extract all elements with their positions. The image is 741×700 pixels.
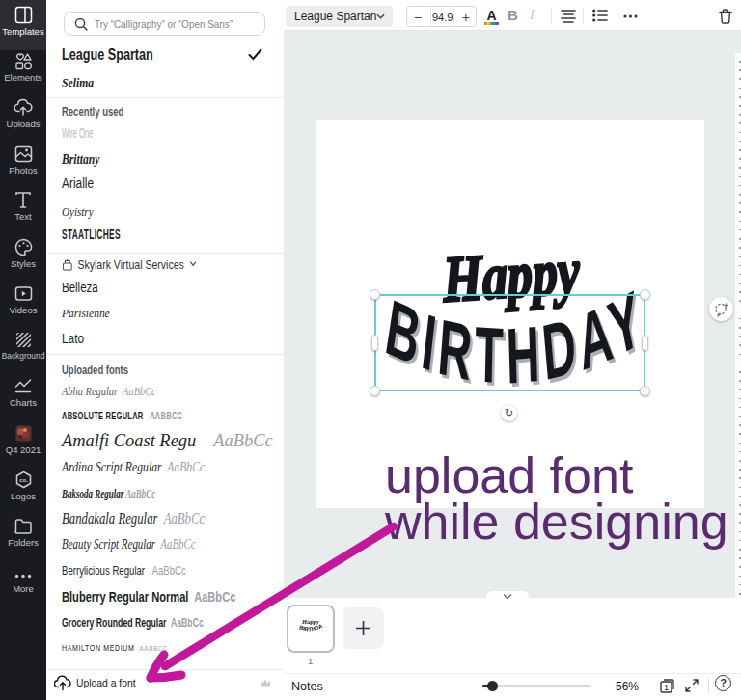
- svg-text:co.: co.: [19, 477, 28, 483]
- svg-text:1: 1: [664, 683, 669, 692]
- svg-text:Happy: Happy: [301, 618, 319, 625]
